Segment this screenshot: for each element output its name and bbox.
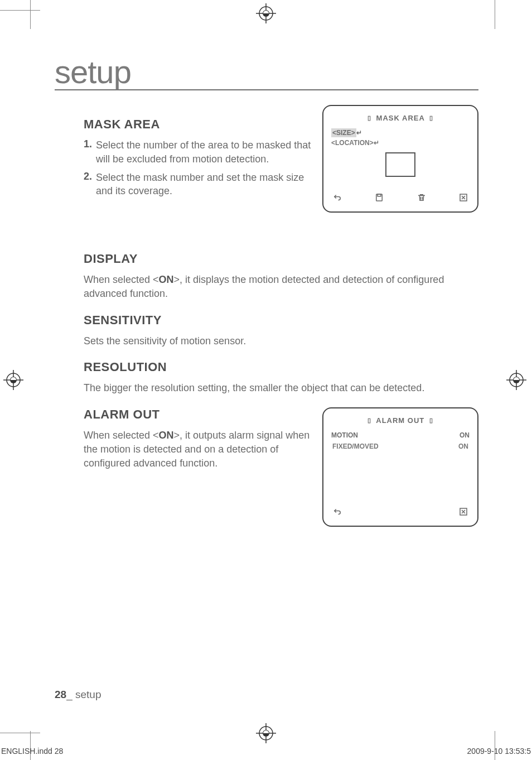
footer-section: _ setup <box>66 689 101 700</box>
enter-icon: ↵ <box>356 129 362 137</box>
back-icon <box>332 507 342 519</box>
bracket-icon: ▯ <box>367 114 371 121</box>
text-fragment: When selected < <box>84 274 159 285</box>
mask-area-heading: MASK AREA <box>84 117 313 132</box>
alarm-out-osd: ▯ ALARM OUT ▯ MOTION ON FIXED/MOVED ON <box>322 407 478 526</box>
enter-icon: ↵ <box>374 139 379 147</box>
osd-title-text: MASK AREA <box>376 114 425 122</box>
osd-value: ON <box>460 430 470 441</box>
osd-value: ON <box>458 441 468 452</box>
osd-row-location: <LOCATION>↵ <box>331 138 470 148</box>
save-icon <box>374 193 384 205</box>
bracket-icon: ▯ <box>367 417 371 424</box>
osd-row-size: <SIZE>↵ <box>331 128 470 138</box>
resolution-section: RESOLUTION The bigger the resolution set… <box>84 360 478 395</box>
osd-icon-row <box>331 507 470 519</box>
osd-title: ▯ MASK AREA ▯ <box>331 114 470 122</box>
registration-mark-icon <box>256 723 276 743</box>
page-content: setup MASK AREA 1. Select the number of … <box>55 56 478 527</box>
mask-area-section: MASK AREA 1. Select the number of the ar… <box>84 105 478 213</box>
osd-row-fixedmoved: FIXED/MOVED ON <box>331 441 470 452</box>
close-icon <box>458 507 468 519</box>
crop-mark <box>495 731 495 760</box>
step-2: 2. Select the mask number and set the ma… <box>84 171 313 199</box>
svg-rect-9 <box>378 194 381 196</box>
registration-mark-icon <box>3 370 23 390</box>
sensitivity-text: Sets the sensitivity of motion sensor. <box>84 334 478 348</box>
osd-row-motion: MOTION ON <box>331 430 470 441</box>
osd-label: FIXED/MOVED <box>332 441 379 452</box>
crop-mark <box>495 0 495 29</box>
registration-mark-icon <box>256 3 276 23</box>
sensitivity-section: SENSITIVITY Sets the sensitivity of moti… <box>84 313 478 348</box>
osd-size-label: <SIZE> <box>332 129 355 137</box>
crop-mark <box>30 731 31 760</box>
step-number: 2. <box>84 171 92 182</box>
crop-mark <box>0 733 40 733</box>
display-heading: DISPLAY <box>84 252 478 266</box>
osd-label: MOTION <box>331 430 358 441</box>
bracket-icon: ▯ <box>429 114 433 121</box>
slug-right: 2009-9-10 13:53:5 <box>467 747 531 756</box>
osd-table: MOTION ON FIXED/MOVED ON <box>331 430 470 451</box>
osd-location-label: <LOCATION> <box>331 139 374 147</box>
on-keyword: ON <box>159 430 174 441</box>
osd-title-text: ALARM OUT <box>376 416 424 425</box>
resolution-heading: RESOLUTION <box>84 360 478 374</box>
alarm-out-section: ALARM OUT When selected <ON>, it outputs… <box>84 407 478 526</box>
page-number: 28 <box>55 689 66 700</box>
close-icon <box>458 193 468 205</box>
crop-mark <box>30 0 31 29</box>
step-text: Select the mask number and set the mask … <box>96 172 304 197</box>
chapter-title: setup <box>55 56 478 90</box>
osd-title: ▯ ALARM OUT ▯ <box>331 416 470 425</box>
back-icon <box>332 193 342 205</box>
alarm-out-text: When selected <ON>, it outputs alarm sig… <box>84 429 313 470</box>
alarm-out-heading: ALARM OUT <box>84 407 313 422</box>
resolution-text: The bigger the resolution setting, the s… <box>84 381 478 395</box>
step-number: 1. <box>84 138 92 150</box>
step-text: Select the number of the area to be mask… <box>96 140 311 165</box>
display-section: DISPLAY When selected <ON>, it displays … <box>84 252 478 301</box>
mask-preview-box <box>385 152 415 177</box>
bracket-icon: ▯ <box>429 417 433 424</box>
osd-icon-row <box>331 193 470 205</box>
sensitivity-heading: SENSITIVITY <box>84 313 478 328</box>
display-text: When selected <ON>, it displays the moti… <box>84 273 478 301</box>
page-footer: 28_ setup <box>55 689 101 701</box>
slug-left: ENGLISH.indd 28 <box>1 747 63 756</box>
step-1: 1. Select the number of the area to be m… <box>84 138 313 166</box>
delete-icon <box>417 193 427 205</box>
text-fragment: When selected < <box>84 430 159 441</box>
on-keyword: ON <box>159 274 174 285</box>
registration-mark-icon <box>506 370 526 390</box>
crop-mark <box>0 10 40 11</box>
mask-area-osd: ▯ MASK AREA ▯ <SIZE>↵ <LOCATION>↵ <box>322 105 478 213</box>
